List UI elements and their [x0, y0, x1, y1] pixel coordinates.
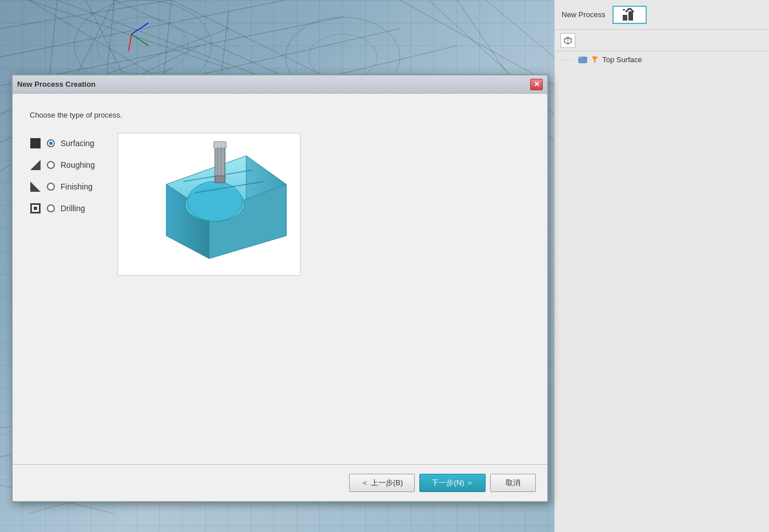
- process-preview-area: [118, 133, 301, 276]
- new-process-label: New Process: [562, 10, 606, 19]
- svg-point-50: [187, 182, 242, 221]
- roughing-icon: [30, 159, 41, 171]
- option-drilling-label: Drilling: [61, 204, 85, 213]
- right-panel: New Process ·····: [554, 0, 769, 532]
- dialog-content: Choose the type of process. Surfacing: [13, 94, 547, 287]
- dialog-titlebar: New Process Creation ✕: [13, 75, 547, 94]
- new-process-icon: [622, 8, 638, 22]
- dialog-close-button[interactable]: ✕: [530, 79, 543, 90]
- tree-top-surface-item[interactable]: ····· Top Surface: [555, 51, 769, 67]
- radio-drilling[interactable]: [47, 204, 55, 212]
- tree-folder-icon: [578, 55, 587, 64]
- option-roughing[interactable]: Roughing: [30, 159, 95, 171]
- right-panel-toolbar: [555, 30, 769, 51]
- svg-rect-35: [623, 15, 627, 21]
- svg-rect-36: [628, 11, 633, 21]
- surfacing-icon: [30, 138, 41, 149]
- svg-rect-53: [215, 144, 225, 179]
- right-panel-header: New Process: [555, 0, 769, 30]
- finishing-icon: [30, 181, 41, 192]
- svg-rect-43: [579, 57, 582, 58]
- svg-point-10: [97, 17, 189, 74]
- dialog-instruction: Choose the type of process.: [30, 111, 530, 119]
- new-process-button[interactable]: [612, 6, 647, 24]
- new-process-dialog: New Process Creation ✕ Choose the type o…: [11, 74, 548, 502]
- svg-line-2: [57, 0, 286, 86]
- tree-item-label: Top Surface: [602, 55, 642, 64]
- surfacing-preview-svg: [126, 139, 292, 270]
- svg-line-29: [129, 34, 131, 51]
- radio-roughing[interactable]: [47, 161, 55, 169]
- option-drilling[interactable]: Drilling: [30, 203, 95, 214]
- radio-surfacing[interactable]: [47, 139, 55, 147]
- svg-line-1: [29, 0, 229, 68]
- svg-line-19: [486, 0, 554, 57]
- radio-finishing[interactable]: [47, 183, 55, 191]
- svg-marker-44: [592, 57, 598, 63]
- option-roughing-label: Roughing: [61, 160, 95, 170]
- toolbar-3d-icon-button[interactable]: [560, 33, 575, 48]
- drilling-icon: [30, 203, 41, 214]
- cancel-button[interactable]: 取消: [490, 474, 536, 492]
- options-list: Surfacing Roughing Finishing: [30, 133, 95, 276]
- back-button[interactable]: ＜ 上一步(B): [349, 474, 415, 492]
- option-surfacing-label: Surfacing: [61, 139, 94, 148]
- tree-indent: ·····: [560, 56, 575, 63]
- cube-icon: [563, 36, 572, 45]
- dialog-title: New Process Creation: [17, 80, 95, 88]
- svg-rect-54: [215, 176, 225, 183]
- process-options-container: Surfacing Roughing Finishing: [30, 133, 530, 276]
- option-surfacing[interactable]: Surfacing: [30, 138, 95, 149]
- option-finishing[interactable]: Finishing: [30, 181, 95, 192]
- option-finishing-label: Finishing: [61, 182, 93, 191]
- svg-rect-37: [623, 9, 625, 10]
- svg-point-12: [309, 34, 377, 80]
- tree-filter-icon: [591, 55, 599, 63]
- next-button[interactable]: 下一步(N) ＞: [419, 474, 486, 492]
- dialog-footer: ＜ 上一步(B) 下一步(N) ＞ 取消: [13, 464, 547, 501]
- svg-line-16: [400, 0, 554, 86]
